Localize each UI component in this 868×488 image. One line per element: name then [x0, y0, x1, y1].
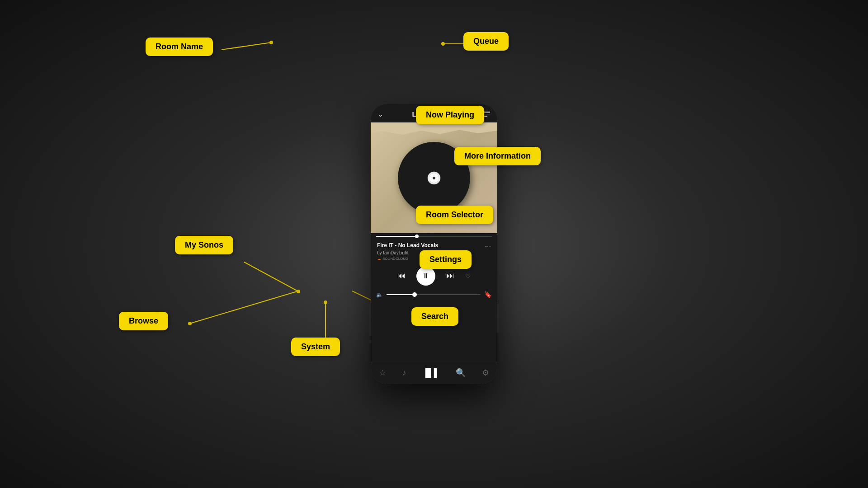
svg-line-0	[222, 42, 271, 50]
label-system: System	[291, 338, 340, 356]
system-nav[interactable]: ▐▌▌	[422, 368, 439, 378]
svg-point-3	[441, 42, 445, 46]
skip-back-button[interactable]: ⏮	[397, 271, 406, 281]
track-name: Fire IT - No Lead Vocals	[377, 242, 481, 249]
label-room-name: Room Name	[146, 38, 213, 56]
browse-nav[interactable]: ♪	[402, 368, 406, 378]
progress-bar[interactable]	[376, 236, 492, 237]
volume-dot	[412, 292, 417, 297]
pause-button[interactable]: ⏸	[416, 267, 435, 286]
label-browse: Browse	[119, 312, 168, 330]
svg-point-19	[324, 300, 327, 304]
more-options-button[interactable]: ···	[481, 242, 491, 250]
label-now-playing: Now Playing	[416, 106, 484, 124]
gear-icon: ⚙	[482, 368, 489, 378]
bottom-nav: ☆ ♪ ▐▌▌ 🔍 ⚙	[371, 363, 497, 384]
search-icon: 🔍	[456, 368, 466, 378]
room-selector-icon[interactable]: 🔖	[484, 291, 492, 298]
volume-fill	[387, 294, 415, 295]
svg-point-15	[188, 322, 192, 325]
progress-fill	[376, 236, 417, 237]
favorite-button[interactable]: ♡	[465, 272, 471, 280]
my-sonos-nav[interactable]: ☆	[379, 368, 386, 378]
settings-nav[interactable]: ⚙	[482, 368, 489, 378]
label-queue: Queue	[463, 32, 509, 51]
svg-line-10	[244, 262, 298, 291]
system-icon: ▐▌▌	[422, 368, 439, 378]
volume-bar[interactable]	[387, 294, 481, 295]
volume-icon: 🔈	[376, 291, 383, 298]
chevron-down-icon[interactable]: ⌄	[378, 111, 383, 118]
svg-point-1	[269, 41, 273, 44]
soundcloud-icon: ☁	[377, 257, 381, 261]
phone-mockup: ⌄ Living Room Fire IT - No Lead Vocals	[371, 104, 497, 384]
progress-dot	[415, 235, 419, 238]
star-icon: ☆	[379, 368, 386, 378]
svg-point-11	[297, 290, 300, 293]
music-icon: ♪	[402, 368, 406, 378]
progress-area[interactable]	[371, 233, 497, 239]
label-settings: Settings	[420, 250, 472, 269]
search-nav[interactable]: 🔍	[456, 368, 466, 378]
label-my-sonos: My Sonos	[175, 236, 233, 254]
volume-area: 🔈 🔖	[371, 289, 497, 302]
label-search: Search	[411, 307, 458, 326]
label-room-selector: Room Selector	[416, 206, 493, 224]
label-more-information: More Information	[454, 147, 541, 165]
svg-line-14	[190, 291, 298, 324]
skip-forward-button[interactable]: ⏭	[446, 271, 454, 281]
